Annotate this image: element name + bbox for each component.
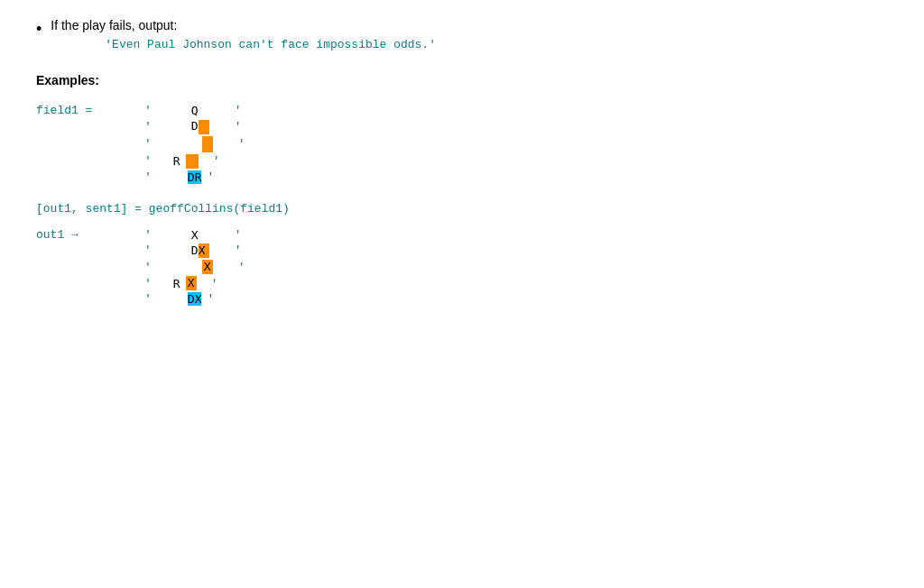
out1-row-4: ' R X '	[36, 276, 888, 290]
out1-row-3: ' X '	[36, 260, 888, 274]
tick-9: '	[144, 170, 152, 184]
field1-label-empty	[36, 120, 144, 133]
tick-6: '	[238, 137, 245, 151]
examples-heading: Examples:	[36, 73, 888, 87]
spacer-o6	[213, 261, 238, 274]
field1-block: field1 = ' Q ' ' D ' ' ' ' R '	[36, 104, 888, 184]
spacer-6	[213, 137, 238, 151]
bullet-dot: •	[36, 20, 42, 39]
tick-3: '	[144, 120, 152, 133]
spacer-9	[199, 154, 213, 168]
out1-tick-8: '	[211, 277, 218, 290]
orange-x-cell: X	[202, 260, 213, 274]
cell-R2: R	[173, 277, 180, 290]
out1-tick-4: '	[235, 243, 242, 257]
tick-1: '	[144, 104, 152, 117]
field1-row-4: ' R '	[36, 154, 888, 169]
spacer-o4	[209, 243, 235, 257]
spacer-1	[155, 104, 191, 117]
spacer-o7	[155, 277, 173, 290]
cell-DR: DR	[188, 170, 202, 184]
out1-tick-3: '	[144, 243, 152, 257]
field1-row-2: ' D '	[36, 119, 888, 134]
out1-label-empty2	[36, 261, 144, 274]
cell-DX-cyan: DX	[188, 292, 202, 306]
tick-7: '	[144, 154, 152, 168]
cell-R: R	[173, 154, 180, 168]
spacer-o3	[155, 243, 191, 257]
tick-2: '	[235, 104, 242, 117]
out1-label-empty	[36, 243, 144, 257]
spacer-o2	[199, 228, 235, 242]
spacer-2	[199, 104, 235, 117]
function-call-line: [out1, sent1] = geoffCollins(field1)	[36, 200, 888, 216]
field1-label-empty4	[36, 170, 144, 184]
out1-label: out1 →	[36, 228, 144, 242]
out1-row-2: ' DX '	[36, 243, 888, 259]
tick-4: '	[235, 120, 242, 133]
out1-tick-2: '	[235, 228, 242, 242]
field1-label-empty2	[36, 137, 144, 151]
spacer-5	[155, 137, 202, 151]
bullet-text: If the play fails, output:	[51, 18, 177, 32]
spacer-10	[155, 170, 188, 184]
quote-line: 'Even Paul Johnson can't face impossible…	[51, 38, 436, 51]
spacer-o10	[155, 292, 188, 306]
out1-tick-6: '	[238, 261, 245, 274]
spacer-4	[209, 120, 235, 133]
orange-small	[186, 154, 199, 169]
cell-D: D	[191, 119, 209, 134]
spacer-o9	[197, 277, 211, 290]
field1-label-empty3	[36, 154, 144, 168]
tick-5: '	[144, 137, 152, 151]
tick-8: '	[213, 154, 220, 168]
out1-tick-7: '	[144, 277, 152, 290]
out1-row-1: out1 → ' X '	[36, 228, 888, 242]
out1-tick-9: '	[144, 292, 152, 306]
out1-block: out1 → ' X ' ' DX ' ' X ' ' R X '	[36, 228, 888, 307]
spacer-o1	[155, 228, 191, 242]
out1-tick-5: '	[144, 261, 152, 274]
function-call: [out1, sent1] = geoffCollins(field1)	[36, 202, 290, 216]
cell-DX: DX	[191, 243, 209, 259]
cell-Q: Q	[191, 104, 199, 117]
out1-label-empty3	[36, 277, 144, 290]
out1-tick-1: '	[144, 228, 152, 242]
cell-X: X	[191, 228, 199, 242]
spacer-7	[155, 154, 173, 168]
out1-tick-10: '	[207, 292, 214, 306]
orange-block	[202, 136, 213, 152]
out1-label-empty4	[36, 292, 144, 306]
tick-10: '	[207, 170, 214, 184]
field1-row-1: field1 = ' Q '	[36, 104, 888, 117]
spacer-o5	[155, 261, 202, 274]
field1-label: field1 =	[36, 104, 144, 117]
spacer-3	[155, 120, 191, 133]
bullet-section: • If the play fails, output: 'Even Paul …	[36, 18, 888, 51]
orange-x2-cell: X	[186, 276, 197, 290]
field1-row-5: ' DR '	[36, 170, 888, 184]
bullet-content: If the play fails, output: 'Even Paul Jo…	[51, 18, 436, 51]
field1-row-3: ' '	[36, 136, 888, 152]
out1-row-5: ' DX '	[36, 292, 888, 306]
